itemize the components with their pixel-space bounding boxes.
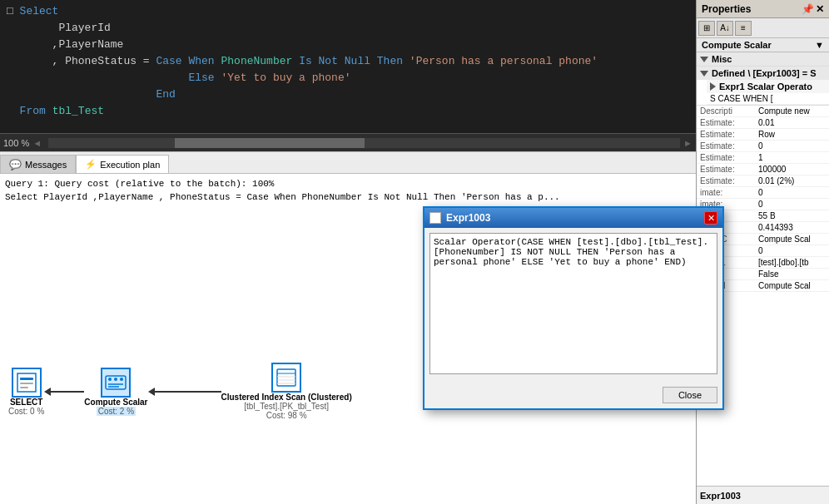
connector-1 <box>44 388 84 396</box>
messages-icon: 💬 <box>9 159 22 170</box>
section-defined: Defined \ [Expr1003] = S Expr1 Scalar Op… <box>697 67 829 106</box>
expr1-collapse-icon <box>710 82 716 91</box>
dialog-close-x-button[interactable]: ✕ <box>704 211 717 225</box>
toolbar-btn-3[interactable]: ≡ <box>735 21 752 36</box>
defined-header[interactable]: Defined \ [Expr1003] = S <box>697 67 829 80</box>
expr1-value: S CASE WHEN [ <box>710 94 773 103</box>
svg-rect-1 <box>20 378 33 380</box>
props-dropdown-icon[interactable]: ▼ <box>815 40 824 50</box>
pin-icon[interactable]: 📌 <box>802 3 814 15</box>
expr1-label: Expr1 Scalar Operato <box>719 82 812 91</box>
toolbar-btn-1[interactable]: ⊞ <box>698 21 715 36</box>
prop-val-15: Compute Scal <box>758 281 826 290</box>
execution-icon: ⚡ <box>85 159 97 170</box>
select-cost: Cost: 0 % <box>8 407 44 416</box>
prop-val-8: 0 <box>758 200 826 209</box>
defined-collapse-icon <box>700 71 708 77</box>
tabs-bar: 💬 Messages ⚡ Execution plan <box>0 151 696 173</box>
prop-val-12: 0 <box>758 246 826 255</box>
connector-2 <box>148 388 221 396</box>
dialog-title: ⊞ Expr1003 <box>429 212 490 224</box>
prop-val-11: Compute Scal <box>758 235 826 244</box>
prop-val-0: Compute new <box>758 106 826 116</box>
props-dropdown-label: Compute Scalar <box>702 40 772 50</box>
prop-row-4: Estimate: 1 <box>697 152 829 164</box>
prop-val-14: False <box>758 269 826 279</box>
prop-val-13: [test].[dbo].[tb <box>758 258 826 267</box>
dialog-footer: Close <box>424 382 722 408</box>
tab-execution-plan[interactable]: ⚡ Execution plan <box>76 155 169 173</box>
properties-header: Properties 📌 ✕ <box>697 0 829 18</box>
prop-row-7: imate: 0 <box>697 187 829 199</box>
dialog-title-text: Expr1003 <box>446 212 490 224</box>
tab-messages[interactable]: 💬 Messages <box>0 155 76 173</box>
dialog-title-icon: ⊞ <box>429 212 441 224</box>
section-misc: Misc <box>697 52 829 67</box>
prop-row-3: Estimate: 0 <box>697 141 829 152</box>
tab-messages-label: Messages <box>25 160 67 170</box>
prop-key-1: Estimate: <box>700 118 758 127</box>
dialog-titlebar: ⊞ Expr1003 ✕ <box>424 208 722 228</box>
scan-cost: Cost: 98 % <box>266 411 307 420</box>
expr1003-dialog[interactable]: ⊞ Expr1003 ✕ Close <box>423 206 724 410</box>
prop-row-0: Descripti Compute new <box>697 106 829 117</box>
arrowhead-2 <box>148 388 155 396</box>
properties-title: Properties <box>702 3 751 15</box>
prop-val-1: 0.01 <box>758 118 826 127</box>
prop-val-4: 1 <box>758 153 826 162</box>
code-editor[interactable]: □ Select PlayerId ,PlayerName , PhoneSta… <box>0 0 696 133</box>
prop-key-4: Estimate: <box>700 153 758 162</box>
select-icon <box>12 368 42 398</box>
result-line-1: Query 1: Query cost (relative to the bat… <box>5 177 691 190</box>
svg-rect-2 <box>20 383 33 384</box>
properties-subtitle: Compute Scalar ▼ <box>697 38 829 52</box>
prop-row-1: Estimate: 0.01 <box>697 117 829 129</box>
svg-point-7 <box>120 378 123 381</box>
properties-footer: Expr1003 <box>697 486 829 504</box>
prop-key-2: Estimate: <box>700 130 758 139</box>
prop-row-6: Estimate: 0.01 (2%) <box>697 175 829 187</box>
code-line-6: End <box>0 86 696 103</box>
expr1-value-row: S CASE WHEN [ <box>707 93 829 105</box>
arrowhead-1 <box>44 388 51 396</box>
props-footer-label: Expr1003 <box>700 491 741 501</box>
properties-toolbar: ⊞ A↓ ≡ <box>697 18 829 38</box>
dialog-close-button[interactable]: Close <box>663 387 717 403</box>
node-select[interactable]: SELECT Cost: 0 % <box>8 368 44 416</box>
misc-header[interactable]: Misc <box>697 52 829 66</box>
prop-key-5: Estimate: <box>700 165 758 174</box>
scan-icon <box>271 363 301 393</box>
code-line-1: □ Select <box>0 3 696 20</box>
prop-val-9: 55 B <box>758 211 826 220</box>
scan-label: Clustered Index Scan (Clustered) <box>221 393 352 402</box>
prop-row-2: Estimate: Row <box>697 129 829 141</box>
toolbar-btn-2[interactable]: A↓ <box>717 21 733 36</box>
horizontal-scrollbar[interactable] <box>48 138 680 148</box>
svg-point-5 <box>108 378 112 381</box>
dialog-body <box>424 228 722 382</box>
prop-val-7: 0 <box>758 188 826 197</box>
defined-sub: Expr1 Scalar Operato S CASE WHEN [ <box>697 80 829 105</box>
compute-icon <box>101 368 131 398</box>
scan-sublabel: [tbl_Test].[PK_tbl_Test] <box>244 402 329 411</box>
node-compute-scalar[interactable]: Compute Scalar Cost: 2 % <box>84 368 147 416</box>
code-line-3: ,PlayerName <box>0 37 696 53</box>
code-line-4: , PhoneStatus = Case When PhoneNumber Is… <box>0 53 696 70</box>
misc-label: Misc <box>712 54 732 64</box>
line-1 <box>51 391 84 393</box>
tab-execution-label: Execution plan <box>100 160 160 170</box>
dialog-content-textarea[interactable] <box>429 233 717 374</box>
compute-label: Compute Scalar <box>84 398 147 407</box>
expr1-header[interactable]: Expr1 Scalar Operato <box>707 80 829 93</box>
result-line-2: Select PlayerId ,PlayerName , PhoneStatu… <box>5 190 691 204</box>
prop-row-5: Estimate: 100000 <box>697 164 829 175</box>
code-line-7: From tbl_Test <box>0 103 696 120</box>
defined-label: Defined \ [Expr1003] = S <box>712 68 817 78</box>
prop-val-2: Row <box>758 130 826 139</box>
prop-key-6: Estimate: <box>700 176 758 185</box>
prop-val-5: 100000 <box>758 165 826 174</box>
line-2 <box>155 391 221 393</box>
node-clustered-scan[interactable]: Clustered Index Scan (Clustered) [tbl_Te… <box>221 363 352 420</box>
svg-point-6 <box>114 378 117 381</box>
close-icon[interactable]: ✕ <box>816 3 824 15</box>
